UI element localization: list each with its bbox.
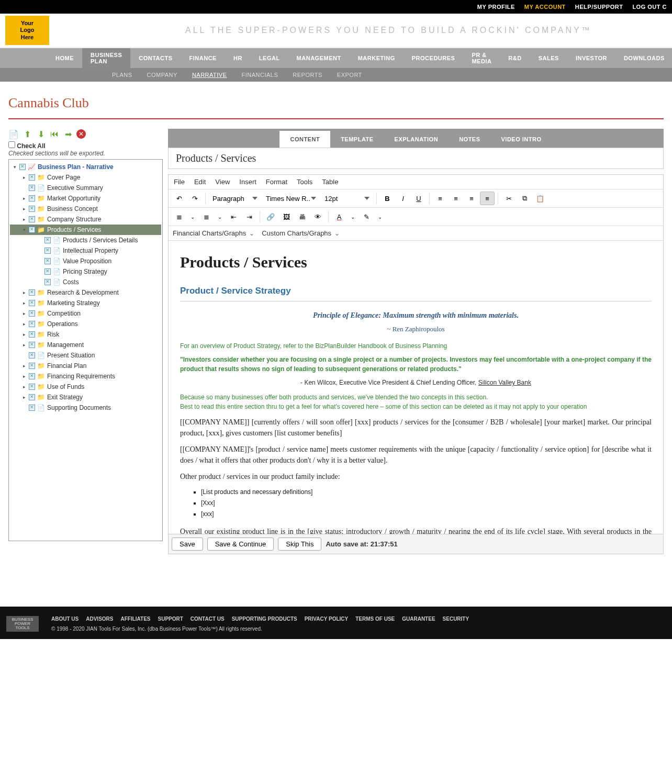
custom-charts-dropdown[interactable]: Custom Charts/Graphs xyxy=(262,229,340,237)
section-tree[interactable]: ▾📈Business Plan - Narrative▸📁Cover Page📄… xyxy=(8,159,163,541)
tree-node[interactable]: 📄Value Proposition xyxy=(10,256,161,266)
tree-node[interactable]: ▸📁Financial Plan xyxy=(10,361,161,371)
tree-node[interactable]: 📄Pricing Strategy xyxy=(10,266,161,277)
node-checkbox[interactable] xyxy=(29,352,35,359)
tree-node[interactable]: ▸📁Competition xyxy=(10,308,161,319)
tree-node[interactable]: ▸📁Financing Requirements xyxy=(10,371,161,382)
node-checkbox[interactable] xyxy=(29,227,35,233)
tree-node[interactable]: 📄Costs xyxy=(10,277,161,287)
node-checkbox[interactable] xyxy=(44,268,51,275)
nav-sales[interactable]: SALES xyxy=(530,48,567,68)
footer-link[interactable]: CONTACT US xyxy=(191,616,225,622)
expand-icon[interactable]: ▸ xyxy=(21,342,27,348)
node-checkbox[interactable] xyxy=(29,174,35,181)
save-continue-button[interactable]: Save & Continue xyxy=(207,537,274,551)
nav-r-d[interactable]: R&D xyxy=(500,48,530,68)
tree-node[interactable]: ▸📁Operations xyxy=(10,319,161,329)
indent-icon[interactable]: ⇥ xyxy=(242,210,256,223)
menu-format[interactable]: Format xyxy=(266,178,287,186)
expand-icon[interactable]: ▾ xyxy=(12,164,17,170)
menu-tools[interactable]: Tools xyxy=(297,178,312,186)
italic-icon[interactable]: I xyxy=(396,192,410,205)
menu-table[interactable]: Table xyxy=(322,178,338,186)
next-icon[interactable]: ➡ xyxy=(63,129,73,139)
tree-node[interactable]: ▸📁Cover Page xyxy=(10,172,161,183)
text-color-icon[interactable]: A xyxy=(332,210,346,223)
tree-node[interactable]: ▸📁Marketing Strategy xyxy=(10,298,161,308)
tab-content[interactable]: CONTENT xyxy=(279,131,330,148)
topbar-account[interactable]: MY ACCOUNT xyxy=(524,4,566,10)
node-checkbox[interactable] xyxy=(19,164,26,170)
undo-icon[interactable]: ↶ xyxy=(172,192,186,205)
highlight-dd-icon[interactable]: ⌄ xyxy=(375,210,385,223)
expand-icon[interactable]: ▾ xyxy=(21,227,27,232)
expand-icon[interactable]: ▸ xyxy=(21,332,27,337)
expand-icon[interactable]: ▸ xyxy=(21,206,27,211)
tree-node[interactable]: ▸📁Market Opportunity xyxy=(10,193,161,204)
nav-hr[interactable]: HR xyxy=(225,48,251,68)
expand-icon[interactable]: ▸ xyxy=(21,384,27,389)
nav-marketing[interactable]: MARKETING xyxy=(350,48,404,68)
tree-node[interactable]: 📄Supporting Documents xyxy=(10,402,161,413)
tree-node[interactable]: 📄Executive Summary xyxy=(10,183,161,193)
numbered-list-icon[interactable]: ≣ xyxy=(199,210,214,223)
nav-business-plan[interactable]: BUSINESS PLAN xyxy=(82,48,130,68)
tree-node[interactable]: ▸📁Management xyxy=(10,340,161,350)
nav-contacts[interactable]: CONTACTS xyxy=(130,48,181,68)
topbar-logout[interactable]: LOG OUT C xyxy=(632,4,667,10)
expand-icon[interactable]: ▸ xyxy=(21,395,27,400)
underline-icon[interactable]: U xyxy=(411,192,426,205)
expand-icon[interactable]: ▸ xyxy=(21,311,27,316)
node-checkbox[interactable] xyxy=(29,310,35,317)
tree-node[interactable]: 📄Intellectual Property xyxy=(10,245,161,256)
menu-insert[interactable]: Insert xyxy=(239,178,256,186)
tab-explanation[interactable]: EXPLANATION xyxy=(384,131,449,148)
highlight-icon[interactable]: ✎ xyxy=(359,210,374,223)
expand-icon[interactable]: ▸ xyxy=(21,217,27,222)
bullet-list-icon[interactable]: ≣ xyxy=(172,210,186,223)
nav-procedures[interactable]: PROCEDURES xyxy=(404,48,464,68)
expand-icon[interactable]: ▸ xyxy=(21,374,27,379)
check-all-checkbox[interactable] xyxy=(8,141,15,148)
tree-node[interactable]: ▾📈Business Plan - Narrative xyxy=(10,162,161,172)
check-all[interactable]: Check All xyxy=(8,142,46,150)
align-left-icon[interactable]: ≡ xyxy=(433,192,447,205)
link-icon[interactable]: 🔗 xyxy=(263,210,278,223)
paste-icon[interactable]: 📋 xyxy=(533,192,547,205)
node-checkbox[interactable] xyxy=(44,258,51,264)
nav-finance[interactable]: FINANCE xyxy=(181,48,225,68)
node-checkbox[interactable] xyxy=(29,216,35,222)
footer-link[interactable]: SUPPORT xyxy=(158,616,183,622)
node-checkbox[interactable] xyxy=(29,289,35,296)
footer-link[interactable]: SUPPORTING PRODUCTS xyxy=(232,616,297,622)
tree-node[interactable]: 📄Products / Services Details xyxy=(10,235,161,245)
node-checkbox[interactable] xyxy=(29,394,35,400)
numbered-list-dd-icon[interactable]: ⌄ xyxy=(215,210,225,223)
menu-view[interactable]: View xyxy=(215,178,230,186)
node-checkbox[interactable] xyxy=(44,248,51,254)
bold-icon[interactable]: B xyxy=(380,192,395,205)
tree-node[interactable]: ▸📁Risk xyxy=(10,329,161,340)
footer-link[interactable]: AFFILIATES xyxy=(120,616,150,622)
expand-icon[interactable]: ▸ xyxy=(21,175,27,180)
node-checkbox[interactable] xyxy=(44,279,51,285)
nav-legal[interactable]: LEGAL xyxy=(251,48,288,68)
align-right-icon[interactable]: ≡ xyxy=(464,192,479,205)
footer-link[interactable]: SECURITY xyxy=(443,616,469,622)
footer-link[interactable]: GUARANTEE xyxy=(402,616,435,622)
tree-node[interactable]: ▾📁Products / Services xyxy=(10,225,161,235)
editor-content[interactable]: Products / Services Product / Service St… xyxy=(169,241,663,534)
skip-button[interactable]: Skip This xyxy=(278,537,321,551)
footer-link[interactable]: TERMS OF USE xyxy=(355,616,395,622)
node-checkbox[interactable] xyxy=(29,300,35,306)
expand-icon[interactable]: ▸ xyxy=(21,363,27,368)
bullet-list-dd-icon[interactable]: ⌄ xyxy=(187,210,198,223)
node-checkbox[interactable] xyxy=(29,206,35,212)
outdent-icon[interactable]: ⇤ xyxy=(226,210,241,223)
menu-file[interactable]: File xyxy=(174,178,185,186)
nav-management[interactable]: MANAGEMENT xyxy=(288,48,350,68)
tree-node[interactable]: 📄Present Situation xyxy=(10,350,161,361)
tree-node[interactable]: ▸📁Use of Funds xyxy=(10,382,161,392)
add-node-icon[interactable]: 📄 xyxy=(8,129,19,139)
subnav-export[interactable]: EXPORT xyxy=(330,72,369,78)
